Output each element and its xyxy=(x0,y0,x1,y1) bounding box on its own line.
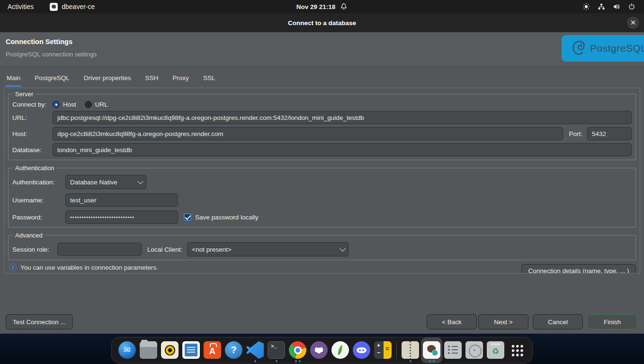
dock-item-app-grid[interactable] xyxy=(506,337,528,363)
next-button[interactable]: Next > xyxy=(478,314,528,329)
dock-item-libreoffice-writer[interactable] xyxy=(180,337,202,363)
connect-by-label: Connect by: xyxy=(12,101,53,108)
postgresql-logo-text: PostgreSQL xyxy=(590,43,644,54)
save-password-label[interactable]: Save password locally xyxy=(195,214,259,221)
local-client-label: Local Client: xyxy=(147,246,182,253)
connection-details-button[interactable]: Connection details (name, type, ... ) xyxy=(521,264,636,273)
finish-button[interactable]: Finish xyxy=(587,314,637,329)
port-input[interactable] xyxy=(587,127,632,140)
radio-url-label[interactable]: URL xyxy=(95,101,108,108)
host-input[interactable] xyxy=(53,127,563,140)
dock-item-archive-manager[interactable] xyxy=(400,337,421,363)
password-label: Password: xyxy=(12,214,65,221)
dock-item-terminal[interactable] xyxy=(266,337,287,363)
cancel-button[interactable]: Cancel xyxy=(533,314,583,329)
dock-item-vscode[interactable] xyxy=(244,337,266,363)
test-connection-button[interactable]: Test Connection ... xyxy=(6,314,73,329)
database-input[interactable] xyxy=(53,143,632,156)
radio-host-label[interactable]: Host xyxy=(63,101,76,108)
dock-item-help[interactable] xyxy=(223,337,244,363)
network-icon xyxy=(598,3,605,10)
disks-icon xyxy=(465,341,483,359)
authentication-group-legend: Authentication xyxy=(13,164,56,172)
url-input[interactable] xyxy=(53,111,632,124)
dock-item-ubuntu-software[interactable] xyxy=(202,337,223,363)
archive-manager-icon xyxy=(402,341,419,359)
dbeaver-app-icon xyxy=(50,3,58,11)
files-icon xyxy=(140,341,157,359)
terminal-icon xyxy=(268,341,285,359)
dock-item-github-desktop[interactable] xyxy=(308,337,330,363)
chevron-down-icon xyxy=(340,246,346,252)
database-label: Database: xyxy=(12,146,53,154)
thunderbird-icon xyxy=(118,341,136,359)
dock-item-thunderbird[interactable] xyxy=(116,337,138,363)
radio-url[interactable] xyxy=(85,101,92,108)
password-input[interactable] xyxy=(65,210,178,224)
activities-button[interactable]: Activities xyxy=(8,3,34,10)
ubuntu-software-icon xyxy=(204,341,221,359)
focused-app-menu[interactable]: dbeaver-ce xyxy=(50,3,95,11)
dock-item-mongodb-compass[interactable] xyxy=(330,337,351,363)
dock-item-dbeaver[interactable] xyxy=(421,337,442,363)
desktop-background xyxy=(0,334,644,364)
authentication-selected-value: Database Native xyxy=(70,179,117,186)
clock[interactable]: Nov 29 21:18 xyxy=(296,3,336,10)
app-grid-icon xyxy=(511,344,523,356)
dbeaver-icon xyxy=(423,341,440,359)
tab-ssl[interactable]: SSL xyxy=(202,72,216,87)
rhythmbox-icon xyxy=(161,341,179,359)
main-tab-panel: Server Connect by: Host URL URL: Host: P… xyxy=(4,88,640,273)
host-label: Host: xyxy=(12,130,53,137)
local-client-select[interactable]: <not present> xyxy=(187,242,349,256)
session-role-label: Session role: xyxy=(12,246,57,253)
tab-postgresql[interactable]: PostgreSQL xyxy=(34,72,71,87)
tab-ssh[interactable]: SSH xyxy=(144,72,160,87)
brightness-icon xyxy=(582,3,590,10)
dialog-titlebar[interactable]: Connect to a database ✕ xyxy=(0,13,644,32)
github-desktop-icon xyxy=(310,341,328,359)
dock-item-chrome[interactable] xyxy=(287,337,308,363)
back-button[interactable]: < Back xyxy=(427,314,477,329)
settings-utility-icon xyxy=(444,341,462,359)
info-icon: i xyxy=(9,264,17,271)
session-role-input[interactable] xyxy=(57,243,142,256)
power-icon xyxy=(628,3,635,10)
username-label: Username: xyxy=(12,197,65,204)
dock-item-trash[interactable] xyxy=(485,337,506,363)
dock-item-settings-utility[interactable] xyxy=(442,337,464,363)
advanced-group: Advanced Session role: Local Client: <no… xyxy=(8,232,636,260)
tab-bar: Main PostgreSQL Driver properties SSH Pr… xyxy=(6,72,216,87)
tab-driver-properties[interactable]: Driver properties xyxy=(83,72,132,87)
page-title: Connection Settings xyxy=(6,38,72,46)
dock-item-files[interactable] xyxy=(138,337,159,363)
server-group-legend: Server xyxy=(13,91,35,98)
port-label: Port: xyxy=(569,130,582,137)
dock-item-disks[interactable] xyxy=(464,337,485,363)
username-input[interactable] xyxy=(65,193,178,207)
save-password-checkbox[interactable] xyxy=(184,213,191,221)
postgresql-elephant-icon xyxy=(570,40,587,57)
focused-app-name: dbeaver-ce xyxy=(62,3,95,10)
dock-item-calculator[interactable] xyxy=(372,337,394,363)
system-tray[interactable] xyxy=(582,3,644,10)
mongodb-compass-icon xyxy=(331,341,349,359)
tab-main[interactable]: Main xyxy=(6,72,21,87)
authentication-select[interactable]: Database Native xyxy=(65,175,146,189)
radio-host[interactable] xyxy=(53,101,60,108)
dialog-header: Connection Settings PostgreSQL connectio… xyxy=(0,32,644,67)
running-indicator xyxy=(244,360,266,362)
variables-hint: i You can use variables in connection pa… xyxy=(9,264,158,271)
running-indicator xyxy=(287,360,308,362)
chrome-icon xyxy=(289,341,306,359)
dock-item-discord[interactable] xyxy=(351,337,372,363)
tab-proxy[interactable]: Proxy xyxy=(171,72,190,87)
top-bar: Activities dbeaver-ce Nov 29 21:18 xyxy=(0,0,644,13)
dock-separator xyxy=(396,341,397,359)
close-icon[interactable]: ✕ xyxy=(627,17,639,29)
variables-hint-text: You can use variables in connection para… xyxy=(20,264,158,271)
local-client-selected-value: <not present> xyxy=(192,246,231,253)
dock xyxy=(111,337,533,364)
dock-item-rhythmbox[interactable] xyxy=(159,337,180,363)
volume-icon xyxy=(613,3,620,10)
